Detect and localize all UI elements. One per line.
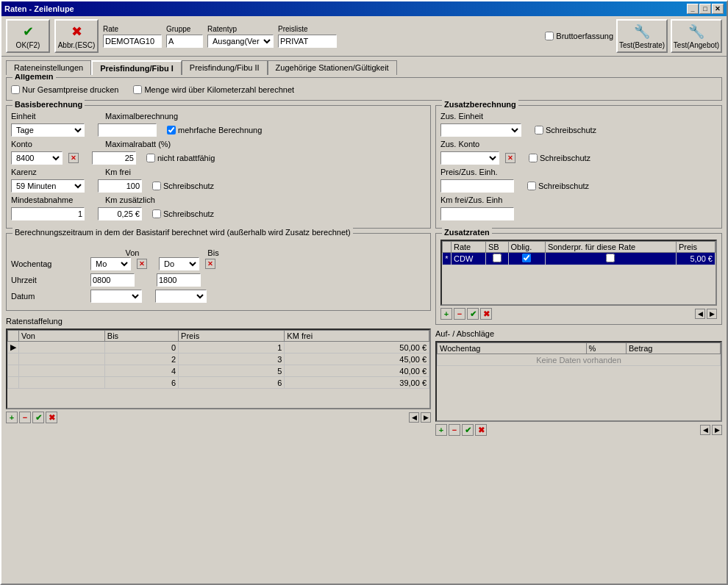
zus-konto-select[interactable]	[440, 151, 499, 165]
maximalrabatt-input[interactable]	[92, 151, 136, 165]
rate-input[interactable]	[103, 35, 162, 48]
zusatzraten-scroll-left[interactable]: ◀	[695, 309, 705, 319]
berechnungszeitraum-group: Berechnungszeitraum in dem der Basistari…	[6, 233, 431, 311]
ratentyp-field-group: Ratentyp Ausgang(Ver	[207, 25, 274, 48]
ratenstaffelung-table-container: Von Bis Preis KM frei ▶ 0 1 50,00 €	[6, 329, 431, 409]
main-window: Raten - Zeilenlupe _ □ ✕ ✔ OK(F2) ✖ Abbr…	[0, 0, 728, 585]
schreibschutz1-checkbox[interactable]	[152, 182, 161, 190]
zus-konto-label: Zus. Konto	[440, 140, 521, 148]
bruttoerfassung-checkbox[interactable]	[545, 32, 554, 40]
mindestabnahme-label: Mindestabnahme	[11, 195, 99, 204]
wochentag-von-clear[interactable]: ✕	[137, 259, 147, 269]
allgemein-title: Allgemein	[13, 74, 56, 81]
preis-zus-einh-input[interactable]	[440, 179, 514, 193]
wochentag-bis-clear[interactable]: ✕	[205, 259, 215, 269]
two-col-layout: Basisberechnung Einheit Maximalberechnun…	[6, 105, 722, 436]
wochentag-von-select[interactable]: MoDiMiDoFrSaSo	[90, 257, 131, 270]
cancel-button[interactable]: ✖ Abbr.(ESC)	[54, 19, 99, 53]
left-column: Basisberechnung Einheit Maximalberechnun…	[6, 105, 431, 436]
km-zusatzlich-input[interactable]	[98, 207, 142, 220]
minimize-button[interactable]: _	[687, 4, 699, 14]
test-bestrate-label: Test(Bestrate)	[619, 41, 665, 49]
maximalberechnung-label: Maximalberechnung	[105, 112, 193, 121]
einheit-select[interactable]: Tage Stunden km	[11, 123, 85, 137]
schreibschutz2-checkbox[interactable]	[152, 209, 161, 218]
ratenstaffelung-remove-button[interactable]: −	[19, 412, 31, 423]
aufabschlage-remove-button[interactable]: −	[449, 424, 460, 436]
nur-gesamtpreise-checkbox[interactable]	[11, 85, 20, 94]
tab-preisfindung-fibu-ii[interactable]: Preisfindung/Fibu II	[182, 60, 268, 75]
zus-schreibschutz1-checkbox[interactable]	[535, 126, 543, 134]
ratenstaffelung-cancel-button[interactable]: ✖	[46, 412, 57, 423]
ok-button[interactable]: ✔ OK(F2)	[6, 19, 50, 53]
zus-konto-clear[interactable]: ✕	[505, 153, 515, 163]
sb-checkbox[interactable]	[493, 254, 502, 262]
zusatzraten-section: Zusatzraten Rate SB Oblig. Sonderpr	[435, 233, 722, 325]
ratenstaffelung-check-button[interactable]: ✔	[32, 412, 44, 423]
aufabschlage-scroll-right[interactable]: ▶	[712, 425, 722, 435]
maximize-button[interactable]: □	[699, 4, 711, 14]
uhrzeit-row: Uhrzeit	[11, 273, 426, 287]
datum-bis-select[interactable]	[155, 290, 207, 303]
basisberechnung-title: Basisberechnung	[13, 100, 85, 109]
zusatzraten-remove-button[interactable]: −	[454, 308, 465, 320]
zus-einheit-select[interactable]	[440, 123, 521, 137]
preis-zus-einh-input-row: Schreibschutz	[440, 179, 717, 193]
km-frei-zus-einh-input[interactable]	[440, 207, 514, 220]
ratentyp-select[interactable]: Ausgang(Ver	[207, 35, 274, 48]
tab-rateneinstellungen[interactable]: Rateneinstellungen	[6, 60, 91, 75]
test-angebot-button[interactable]: 🔧 Test(Angebot)	[671, 19, 722, 53]
zus-konto-row: Zus. Konto	[440, 140, 717, 148]
datum-von-select[interactable]	[90, 290, 142, 303]
rate-field-group: Rate	[103, 25, 162, 48]
zusatzberechnung-title: Zusatzberechnung	[442, 100, 518, 109]
window-controls: _ □ ✕	[687, 4, 724, 14]
aufabschlage-add-button[interactable]: +	[435, 424, 447, 436]
konto-select[interactable]: 8400	[11, 151, 63, 165]
nur-gesamtpreise-label: Nur Gesamtpreise drucken	[11, 85, 118, 94]
menge-km-checkbox[interactable]	[133, 85, 142, 94]
nicht-rabattfahig-checkbox[interactable]	[146, 154, 155, 162]
tab-zugehoerige-stationen[interactable]: Zugehörige Stationen/Gültigkeit	[268, 60, 397, 75]
aufabschlage-check-button[interactable]: ✔	[462, 424, 474, 436]
sonderpr-checkbox[interactable]	[606, 254, 615, 262]
basisberechnung-group: Basisberechnung Einheit Maximalberechnun…	[6, 105, 431, 229]
aufabschlage-scroll-left[interactable]: ◀	[700, 425, 710, 435]
ratenstaffelung-scroll-left[interactable]: ◀	[409, 412, 419, 423]
rate-label: Rate	[103, 25, 162, 33]
konto-clear-button[interactable]: ✕	[68, 153, 79, 163]
zusatzraten-add-button[interactable]: +	[440, 308, 452, 320]
mehrfache-berechnung-checkbox[interactable]	[167, 126, 176, 134]
km-frei-input[interactable]	[98, 179, 142, 193]
mindestabnahme-input[interactable]	[11, 207, 85, 220]
close-button[interactable]: ✕	[712, 4, 724, 14]
gruppe-input[interactable]	[166, 35, 203, 48]
table-row: * CDW 5,00 €	[443, 253, 715, 265]
maximalberechnung-input[interactable]	[98, 123, 157, 137]
col-von: Von	[19, 331, 105, 342]
aufabschlage-section: Auf- / Abschläge Wochentag % Betrag	[435, 329, 722, 436]
zus-schreibschutz2-checkbox[interactable]	[529, 154, 538, 162]
zusatzraten-cancel-button[interactable]: ✖	[480, 308, 492, 320]
ratenstaffelung-scroll-right[interactable]: ▶	[421, 412, 431, 423]
mehrfache-berechnung-label: mehrfache Berechnung	[167, 126, 262, 134]
zusatzraten-scroll-right[interactable]: ▶	[707, 309, 717, 319]
zusatzraten-check-button[interactable]: ✔	[467, 308, 479, 320]
zus-schreibschutz3-checkbox[interactable]	[527, 182, 536, 190]
preisliste-input[interactable]	[278, 35, 337, 48]
aufabschlage-cancel-button[interactable]: ✖	[475, 424, 487, 436]
gruppe-label: Gruppe	[166, 25, 203, 33]
preis-zus-einh-row: Preis/Zus. Einh.	[440, 168, 717, 176]
von-header: Von	[99, 248, 165, 257]
uhrzeit-bis-input[interactable]	[157, 273, 201, 287]
konto-label: Konto	[11, 140, 99, 148]
oblig-checkbox[interactable]	[522, 254, 531, 262]
test-bestrate-button[interactable]: 🔧 Test(Bestrate)	[616, 19, 668, 53]
uhrzeit-von-input[interactable]	[90, 273, 135, 287]
gruppe-field-group: Gruppe	[166, 25, 203, 48]
karenz-select[interactable]: 59 Minuten 30 Minuten keine	[11, 179, 85, 193]
tab-preisfindung-fibu-i[interactable]: Preisfindung/Fibu I	[91, 60, 182, 75]
bis-header: Bis	[180, 248, 246, 257]
ratenstaffelung-add-button[interactable]: +	[6, 412, 18, 423]
wochentag-bis-select[interactable]: MoDiMiDoFrSaSo	[159, 257, 199, 270]
